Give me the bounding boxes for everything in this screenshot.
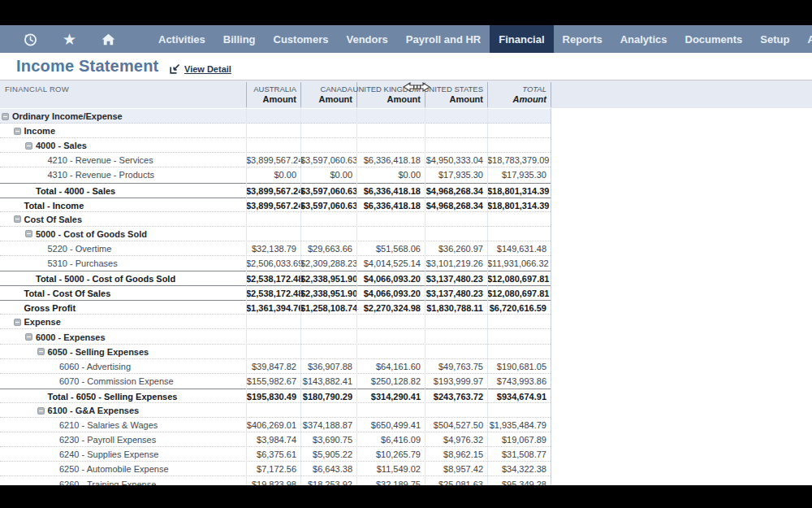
amount-cell: $3,101,219.26: [425, 256, 487, 271]
column-resize-handle[interactable]: [551, 82, 551, 107]
row-label-wrap: 6050 - Selling Expenses: [37, 345, 149, 359]
nav-tab-analytics[interactable]: Analytics: [611, 25, 676, 53]
report-row-6000-expenses: 6000 - Expenses: [0, 330, 551, 345]
amount-cell: $95,349.28: [487, 477, 551, 486]
amount-cell: $36,260.97: [425, 241, 487, 256]
amount-cell: $17,935.30: [425, 167, 487, 182]
row-label-wrap: Total - Cost Of Sales: [14, 286, 111, 301]
shortcuts-star-icon[interactable]: ★: [62, 32, 77, 47]
row-label-wrap: 6070 - Commission Expense: [49, 374, 174, 389]
report-row-expense: Expense: [0, 315, 551, 329]
amount-cell: $250,128.82: [356, 374, 425, 389]
amount-cell: $155,982.67: [246, 374, 300, 389]
amount-cell: $29,663.66: [300, 241, 356, 256]
nav-tab-customers[interactable]: Customers: [265, 25, 338, 53]
row-label-wrap: 6210 - Salaries & Wages: [49, 418, 158, 432]
column-header-united-kingdom: UNITED KINGDOMAmount: [356, 80, 425, 109]
row-label: 6000 - Expenses: [36, 330, 106, 345]
amount-cell: $2,538,172.48: [246, 271, 300, 286]
row-label: Cost Of Sales: [24, 212, 83, 227]
row-label-wrap: 5220 - Overtime: [37, 241, 112, 256]
amount-cell: $6,336,418.18: [356, 153, 425, 167]
column-subheader-amount: Amount: [512, 94, 546, 104]
amount-cell: $7,172.56: [246, 462, 300, 476]
row-label: 6260 - Training Expense: [59, 477, 156, 486]
row-label: Ordinary Income/Expense: [12, 109, 123, 124]
amount-cell: $650,499.41: [356, 418, 425, 432]
nav-tab-billing[interactable]: Billing: [214, 25, 265, 53]
nav-tab-setup[interactable]: Setup: [751, 25, 798, 53]
collapse-minus-icon[interactable]: [25, 333, 32, 341]
column-subheader-amount: Amount: [318, 94, 352, 104]
amount-cell: $36,907.88: [300, 359, 356, 374]
amount-cell: $32,189.75: [356, 477, 425, 486]
collapse-minus-icon[interactable]: [37, 407, 45, 415]
row-label-wrap: 6230 - Payroll Expenses: [49, 432, 156, 447]
row-label: 6100 - G&A Expenses: [48, 403, 140, 418]
amount-cell: $2,309,288.23: [300, 256, 356, 271]
nav-tab-activities[interactable]: Activities: [149, 25, 214, 53]
collapse-minus-icon[interactable]: [25, 142, 32, 150]
amount-cell: $6,375.61: [246, 447, 300, 462]
view-detail-link[interactable]: View Detail: [170, 63, 231, 74]
amount-cell: $12,080,697.81: [487, 286, 551, 301]
column-header-australia: AUSTRALIAAmount: [246, 80, 300, 109]
recent-records-icon[interactable]: [23, 32, 38, 47]
amount-cell: $243,763.72: [425, 389, 487, 404]
report-row-6100-g-a-expenses: 6100 - G&A Expenses: [0, 403, 551, 418]
column-name: UNITED STATES: [423, 85, 483, 93]
amount-cell: $3,137,480.23: [425, 271, 487, 286]
amount-cell: $374,188.87: [300, 418, 356, 432]
report-row-4000-sales: 4000 - Sales: [0, 138, 551, 153]
report-body: Ordinary Income/ExpenseIncome4000 - Sale…: [0, 108, 812, 485]
nav-tab-vendors[interactable]: Vendors: [337, 25, 396, 53]
amount-cell: $18,783,379.09: [487, 153, 551, 167]
report-row-6050-selling-expenses: 6050 - Selling Expenses: [0, 345, 551, 359]
nav-tab-payroll-and-hr[interactable]: Payroll and HR: [397, 25, 490, 53]
nav-tab-administration[interactable]: Administration: [798, 25, 812, 53]
row-label: 5220 - Overtime: [48, 241, 112, 256]
row-label: 6250 - Automobile Expense: [59, 462, 169, 476]
collapse-minus-icon[interactable]: [37, 348, 45, 355]
amount-cell: $11,931,066.32: [487, 256, 551, 271]
financial-row-column-header: FINANCIAL ROW: [5, 85, 69, 93]
amount-cell: $3,597,060.63: [300, 153, 356, 167]
amount-cell: $190,681.05: [487, 359, 551, 374]
report-row-5310-purchases: 5310 - Purchases$2,506,033.69$2,309,288.…: [0, 256, 551, 271]
app-window: ★ ActivitiesBillingCustomersVendorsPayro…: [0, 0, 812, 508]
amount-cell: $143,882.41: [300, 374, 356, 389]
collapse-minus-icon[interactable]: [14, 319, 21, 326]
collapse-minus-icon[interactable]: [2, 113, 9, 120]
row-label: Total - Income: [24, 198, 84, 213]
nav-tab-financial[interactable]: Financial: [490, 25, 553, 53]
nav-tab-documents[interactable]: Documents: [676, 25, 752, 53]
page-header: Income Statement View Detail: [0, 53, 812, 80]
report-row-total-cost-of-sales: Total - Cost Of Sales$2,538,172.48$2,338…: [0, 285, 551, 300]
amount-cell: $25,081.63: [425, 477, 487, 486]
row-label-wrap: 5000 - Cost of Goods Sold: [25, 227, 147, 241]
column-resize-handle[interactable]: [246, 82, 247, 107]
row-label: 6070 - Commission Expense: [59, 374, 174, 389]
report-row-4310-revenue-products: 4310 - Revenue - Products$0.00$0.00$0.00…: [0, 167, 551, 182]
amount-cell: $0.00: [356, 167, 425, 182]
row-label-wrap: 4310 - Revenue - Products: [37, 167, 154, 182]
collapse-minus-icon[interactable]: [14, 128, 21, 135]
amount-cell: $4,968,268.34: [425, 198, 487, 213]
bottom-letterbox-bar: [0, 485, 812, 508]
nav-tab-reports[interactable]: Reports: [554, 25, 611, 53]
amount-cell: $4,066,093.20: [356, 271, 425, 286]
row-label-wrap: Total - Income: [14, 198, 84, 213]
amount-cell: $6,336,418.18: [356, 198, 425, 213]
home-icon[interactable]: [101, 32, 116, 47]
collapse-minus-icon[interactable]: [14, 215, 21, 223]
amount-cell: $195,830.49: [246, 389, 300, 404]
amount-cell: $743,993.86: [487, 374, 551, 389]
page-title: Income Statement: [16, 57, 158, 76]
collapse-minus-icon[interactable]: [25, 230, 32, 237]
amount-cell: $10,265.79: [356, 447, 425, 462]
row-label-wrap: Total - 4000 - Sales: [25, 184, 115, 198]
row-label: Gross Profit: [24, 301, 76, 315]
row-label: Total - Cost Of Sales: [24, 286, 111, 301]
navbar-menu: ActivitiesBillingCustomersVendorsPayroll…: [149, 25, 812, 53]
amount-cell: $19,067.89: [487, 432, 551, 447]
